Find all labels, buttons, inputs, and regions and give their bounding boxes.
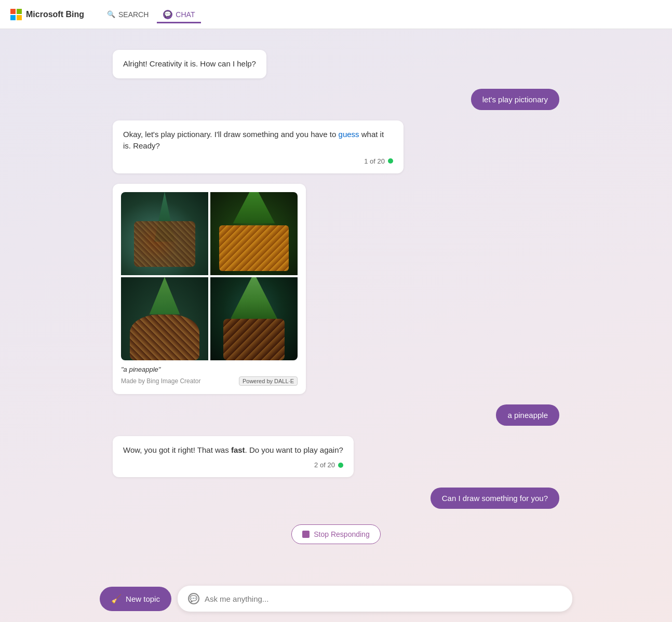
pineapple-image-2[interactable] [210, 192, 298, 275]
user-message-1: let's play pictionary [471, 89, 559, 110]
stop-responding-button[interactable]: Stop Responding [291, 524, 380, 544]
ai-message-2: Okay, let's play pictionary. I'll draw s… [113, 120, 404, 173]
pineapple-image-4[interactable] [210, 277, 298, 360]
user-message-2: a pineapple [496, 404, 559, 426]
ai-message-3-text: Wow, you got it right! That was fast. Do… [123, 445, 343, 454]
brand-name: Microsoft Bing [26, 10, 84, 19]
chat-icon: 💬 [163, 10, 172, 19]
new-topic-button[interactable]: 🧹 New topic [100, 587, 171, 611]
ai-message-2-text: Okay, let's play pictionary. I'll draw s… [123, 130, 384, 151]
ai-message-1-text: Alright! Creativity it is. How can I hel… [123, 59, 256, 68]
bottom-bar: 🧹 New topic 💬 [0, 577, 672, 622]
ai-message-3: Wow, you got it right! That was fast. Do… [113, 436, 354, 478]
image-grid [121, 192, 298, 360]
logo-area: Microsoft Bing [10, 9, 84, 20]
counter-dot-2 [338, 463, 343, 468]
microsoft-logo [10, 9, 22, 20]
image-credit: Made by Bing Image Creator [121, 377, 200, 385]
header: Microsoft Bing 🔍 SEARCH 💬 CHAT [0, 0, 672, 29]
stop-icon [302, 531, 310, 538]
message-counter-2: 2 of 20 [123, 461, 343, 469]
pineapple-image-3[interactable] [121, 277, 208, 360]
image-card: "a pineapple" Made by Bing Image Creator… [113, 184, 306, 394]
chat-container: Alright! Creativity it is. How can I hel… [102, 29, 570, 622]
broom-icon: 🧹 [111, 594, 122, 604]
image-footer: Made by Bing Image Creator Powered by DA… [121, 376, 298, 386]
chat-input[interactable] [205, 594, 562, 603]
counter-dot [388, 158, 393, 164]
chat-input-box: 💬 [178, 586, 572, 612]
pineapple-image-1[interactable] [121, 192, 208, 275]
stop-button-wrapper: Stop Responding [113, 524, 559, 544]
message-counter-1: 1 of 20 [123, 157, 393, 165]
search-icon: 🔍 [107, 10, 115, 18]
ai-message-1: Alright! Creativity it is. How can I hel… [113, 50, 266, 78]
nav-chat[interactable]: 💬 CHAT [157, 6, 201, 23]
dalle-badge: Powered by DALL·E [239, 376, 298, 386]
nav-bar: 🔍 SEARCH 💬 CHAT [101, 6, 201, 23]
user-message-3: Can I draw something for you? [431, 488, 559, 509]
nav-search[interactable]: 🔍 SEARCH [101, 6, 155, 23]
image-caption: "a pineapple" [121, 366, 298, 373]
chat-input-icon: 💬 [188, 593, 199, 604]
